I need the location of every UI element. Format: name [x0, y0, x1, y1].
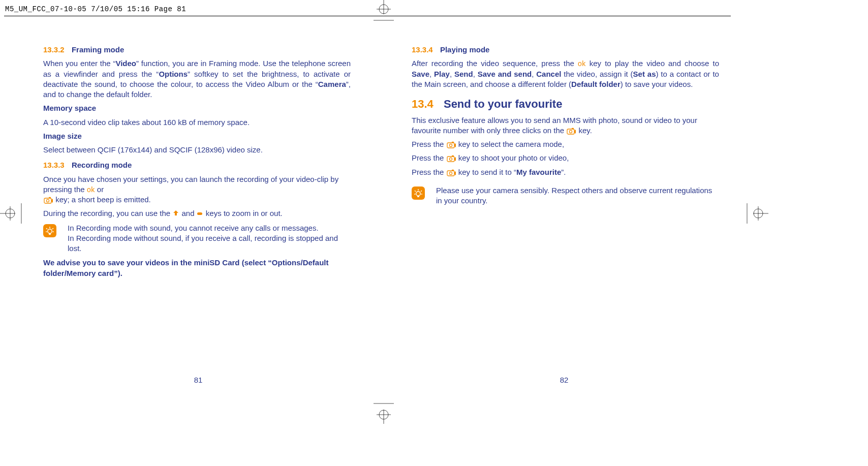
- favourite-intro: This exclusive feature allows you to sen…: [412, 115, 719, 136]
- favourite-step-3: Press the key to send it to “My favourit…: [412, 167, 719, 177]
- camera-key-icon: [44, 197, 53, 204]
- note-text: Please use your camera sensibly. Respect…: [436, 185, 719, 206]
- section-title: Recording mode: [72, 161, 132, 169]
- ok-key-icon: ok: [87, 185, 95, 194]
- advise-text: We advise you to save your videos in the…: [43, 258, 351, 278]
- page-82: 13.3.4 Playing mode After recording the …: [381, 42, 747, 282]
- file-stamp: M5_UM_FCC_07-10-05 7/10/05 15:16 Page 81: [5, 5, 186, 13]
- bulb-icon: [412, 187, 425, 200]
- crop-mark-right: [746, 203, 768, 224]
- nav-up-icon: [172, 209, 179, 219]
- memory-space-heading: Memory space: [43, 103, 351, 113]
- crop-mark-bottom: [374, 402, 394, 424]
- section-number: 13.3.2: [43, 45, 65, 54]
- section-title: Playing mode: [440, 45, 490, 54]
- favourite-step-1: Press the key to select the camera mode,: [412, 139, 719, 149]
- section-number: 13.3.4: [412, 45, 433, 54]
- page-number-right: 82: [560, 376, 569, 384]
- section-title: Send to your favourite: [444, 98, 562, 110]
- bulb-icon: [43, 224, 56, 237]
- framing-paragraph: When you enter the “Video” function, you…: [43, 58, 351, 100]
- page-number-left: 81: [194, 376, 203, 384]
- page-footer: 81 82: [15, 375, 747, 390]
- recording-paragraph-2: During the recording, you can use the an…: [43, 208, 351, 219]
- heading-13-3-2: 13.3.2 Framing mode: [43, 45, 351, 55]
- recording-note: In Recording mode with sound, you cannot…: [43, 223, 351, 254]
- heading-13-4: 13.4 Send to your favourite: [412, 97, 719, 112]
- header-rule: [4, 16, 731, 16]
- nav-right-icon: [197, 209, 204, 219]
- playing-paragraph: After recording the video sequence, pres…: [412, 58, 719, 89]
- camera-key-icon: [567, 128, 576, 135]
- recording-paragraph-1: Once you have chosen your settings, you …: [43, 174, 351, 205]
- heading-13-3-4: 13.3.4 Playing mode: [412, 45, 719, 55]
- memory-space-text: A 10-second video clip takes about 160 k…: [43, 117, 351, 128]
- section-number: 13.4: [412, 98, 433, 110]
- page-81: 13.3.2 Framing mode When you enter the “…: [15, 42, 381, 282]
- camera-key-icon: [447, 141, 456, 148]
- note-text: In Recording mode with sound, you cannot…: [68, 223, 351, 254]
- favourite-step-2: Press the key to shoot your photo or vid…: [412, 153, 719, 163]
- section-number: 13.3.3: [43, 161, 65, 169]
- image-size-text: Select between QCIF (176x144) and SQCIF …: [43, 145, 351, 155]
- heading-13-3-3: 13.3.3 Recording mode: [43, 160, 351, 170]
- crop-mark-top: [374, 0, 394, 21]
- section-title: Framing mode: [72, 45, 124, 54]
- camera-key-icon: [447, 169, 456, 176]
- page-spread: 13.3.2 Framing mode When you enter the “…: [15, 42, 747, 282]
- ok-key-icon: ok: [578, 59, 586, 68]
- image-size-heading: Image size: [43, 131, 351, 141]
- camera-key-icon: [447, 155, 456, 162]
- sensible-use-note: Please use your camera sensibly. Respect…: [412, 185, 719, 206]
